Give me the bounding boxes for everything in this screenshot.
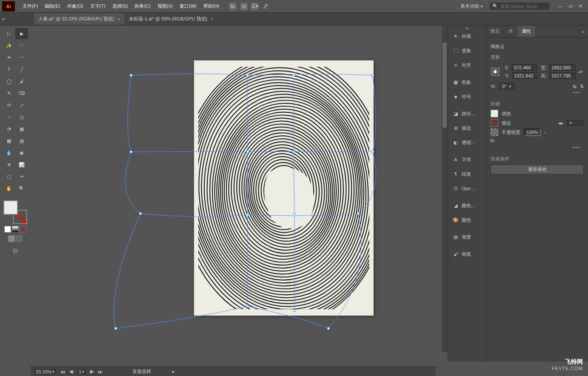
- vertical-scrollbar[interactable]: [442, 26, 448, 352]
- mesh-handle[interactable]: [246, 74, 249, 77]
- opacity-swatch-icon[interactable]: [491, 128, 498, 136]
- mesh-handle[interactable]: [292, 151, 295, 153]
- menu-effect[interactable]: 效果(C): [131, 3, 154, 9]
- flip-v-icon[interactable]: ⇅: [580, 84, 584, 89]
- mesh-handle[interactable]: [371, 74, 374, 77]
- lasso-tool[interactable]: ➰: [15, 40, 28, 51]
- fill-swatch-icon[interactable]: [491, 110, 498, 117]
- none-mode-icon[interactable]: [20, 226, 26, 233]
- eraser-tool[interactable]: ⌫: [15, 88, 28, 99]
- draw-normal-icon[interactable]: [8, 235, 15, 242]
- dock-brushes[interactable]: 🖌画笔: [448, 247, 486, 261]
- bridge-icon[interactable]: Br: [229, 3, 237, 10]
- menu-file[interactable]: 文件(F): [19, 3, 41, 9]
- dock-color-guide[interactable]: ◢颜色...: [448, 198, 486, 213]
- menu-select[interactable]: 选择(S): [109, 3, 131, 9]
- dock-pathfinder[interactable]: ◪路径...: [448, 106, 486, 121]
- graph-tool[interactable]: 📊: [15, 159, 28, 170]
- close-icon[interactable]: ×: [118, 17, 120, 22]
- more-options-icon[interactable]: •••: [573, 90, 580, 95]
- recolor-button[interactable]: 重新着色: [491, 165, 584, 174]
- dock-stroke[interactable]: ≣描边: [448, 121, 486, 135]
- paintbrush-tool[interactable]: 🖌: [15, 76, 28, 87]
- dock-color[interactable]: 🎨颜色: [448, 213, 486, 227]
- x-input[interactable]: [512, 64, 537, 71]
- stock-icon[interactable]: St: [240, 3, 248, 10]
- dock-character[interactable]: A字符: [448, 152, 486, 167]
- zoom-selector[interactable]: 33.33% ▾: [34, 369, 56, 375]
- mesh-handle[interactable]: [246, 305, 249, 308]
- artboard-tool[interactable]: ▢: [3, 171, 15, 182]
- menu-help[interactable]: 帮助(H): [200, 3, 223, 9]
- gradient-mode-icon[interactable]: [12, 226, 19, 233]
- gradient-tool[interactable]: ▥: [15, 135, 28, 146]
- window-maximize-icon[interactable]: ▭: [568, 3, 573, 9]
- stroke-weight-stepper[interactable]: ◂▸: [558, 120, 563, 126]
- stroke-swatch-icon[interactable]: [491, 119, 498, 127]
- mesh-handle[interactable]: [327, 327, 330, 330]
- menu-edit[interactable]: 编辑(E): [41, 3, 64, 9]
- opacity-input[interactable]: [524, 128, 541, 136]
- dock-symbols[interactable]: ♣符号: [448, 89, 486, 104]
- ellipse-tool[interactable]: ◯: [3, 76, 15, 87]
- fx-label[interactable]: fx.: [491, 138, 496, 143]
- mesh-handle[interactable]: [293, 309, 296, 312]
- gpu-icon[interactable]: 🚀: [262, 3, 270, 10]
- reference-point-grid[interactable]: [491, 67, 500, 77]
- zoom-tool[interactable]: 🔍: [15, 183, 28, 194]
- flip-h-icon[interactable]: ⇆: [573, 84, 577, 89]
- width-input[interactable]: [549, 64, 576, 71]
- y-input[interactable]: [512, 72, 537, 79]
- mesh-handle[interactable]: [246, 151, 249, 153]
- shaper-tool[interactable]: ✎: [3, 88, 15, 99]
- tab-properties[interactable]: 属性: [517, 26, 535, 37]
- more-options-icon[interactable]: •••: [573, 145, 580, 150]
- dock-appearance[interactable]: ☀外观: [448, 29, 486, 43]
- mesh-handle[interactable]: [130, 74, 132, 77]
- type-tool[interactable]: T: [3, 64, 15, 75]
- mesh-handle[interactable]: [139, 212, 142, 215]
- dock-paragraph[interactable]: ¶段落: [448, 167, 486, 181]
- fill-swatch[interactable]: [3, 200, 18, 215]
- color-mode-icon[interactable]: [4, 226, 11, 233]
- magic-wand-tool[interactable]: ✨: [3, 40, 15, 51]
- free-transform-tool[interactable]: ◫: [15, 111, 28, 122]
- panel-collapse-icon[interactable]: »: [582, 29, 588, 34]
- mesh-tool[interactable]: ▩: [3, 135, 15, 146]
- dock-swatches[interactable]: ▦色板: [448, 75, 486, 89]
- dock-collapse-icon[interactable]: »: [448, 26, 486, 29]
- rotate-input[interactable]: 0°▾: [499, 83, 514, 90]
- hand-tool[interactable]: ✋: [3, 183, 15, 194]
- menu-object[interactable]: 对象(O): [64, 3, 87, 9]
- dock-gradient[interactable]: ▤渐变: [448, 230, 486, 244]
- expand-toolbar-tab[interactable]: «: [0, 14, 6, 23]
- mesh-handle[interactable]: [371, 151, 374, 153]
- perspective-tool[interactable]: ▦: [15, 123, 28, 134]
- height-input[interactable]: [549, 72, 576, 79]
- tab-libraries[interactable]: 库: [504, 26, 517, 37]
- stroke-weight-input[interactable]: ▾: [567, 120, 584, 126]
- status-arrow-icon[interactable]: ▸: [172, 369, 175, 374]
- window-minimize-icon[interactable]: —: [558, 3, 562, 9]
- artboard-next-icon[interactable]: ▶: [90, 369, 94, 374]
- width-tool[interactable]: ↔: [3, 111, 15, 122]
- mesh-handle[interactable]: [357, 212, 360, 215]
- search-input[interactable]: [500, 4, 547, 9]
- scale-tool[interactable]: ⤢: [15, 100, 28, 111]
- dock-transparency[interactable]: ◐透明...: [448, 135, 486, 150]
- selection-tool[interactable]: ▷: [3, 28, 15, 39]
- close-icon[interactable]: ×: [211, 17, 213, 22]
- search-box[interactable]: 🔍: [490, 3, 549, 10]
- menu-type[interactable]: 文字(T): [87, 3, 109, 9]
- artboard-index[interactable]: 1 ▾: [77, 369, 86, 375]
- artboard-last-icon[interactable]: ⏭: [98, 369, 103, 374]
- rotate-tool[interactable]: ⟳: [3, 100, 15, 111]
- curvature-tool[interactable]: 〰: [15, 52, 28, 63]
- opacity-chevron-icon[interactable]: ›: [544, 130, 546, 135]
- window-close-icon[interactable]: ✕: [579, 3, 582, 9]
- tab-layers[interactable]: 图层: [486, 26, 504, 37]
- artboard-first-icon[interactable]: ⏮: [60, 369, 65, 374]
- dock-align[interactable]: ≡对齐: [448, 58, 486, 72]
- direct-selection-tool[interactable]: ▶: [15, 28, 28, 39]
- mesh-handle[interactable]: [130, 151, 132, 153]
